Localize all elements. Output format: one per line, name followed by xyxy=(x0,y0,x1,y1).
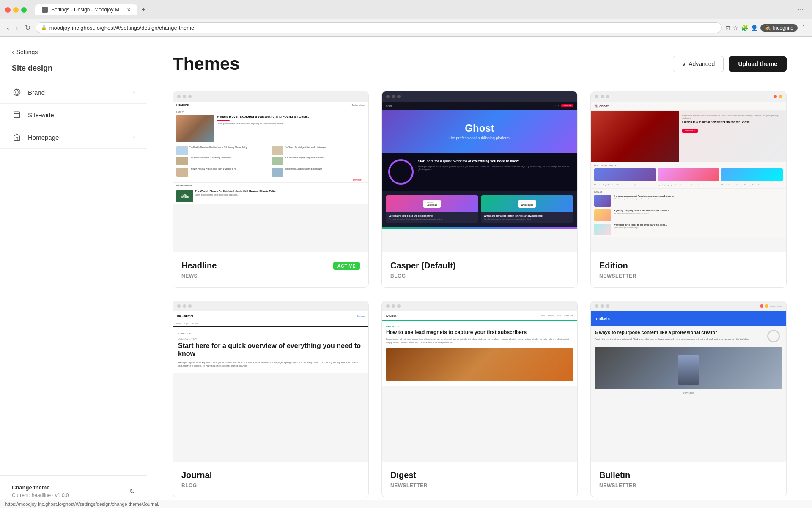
reload-nav-button[interactable]: ↻ xyxy=(23,22,32,33)
casper-preview: Ghost ◦◦ Subscribe Ghost The professiona… xyxy=(382,91,577,252)
casper-meta: Casper (Default) BLOG xyxy=(382,252,577,287)
sidebar-item-homepage[interactable]: Homepage › xyxy=(0,126,147,149)
journal-preview: The Journal 0 issues Home Topics Archive… xyxy=(173,301,368,462)
extensions-icon[interactable]: 🧩 xyxy=(741,25,748,31)
sidebar-item-brand[interactable]: Brand › xyxy=(0,81,147,104)
back-label: Settings xyxy=(16,49,38,55)
edition-category: NEWSLETTER xyxy=(599,273,778,279)
chevron-down-icon: ∨ xyxy=(682,61,686,67)
theme-card-digest[interactable]: ◦ ◦ Digest Home Archive About Subscribe xyxy=(381,301,578,497)
menu-icon[interactable]: ⋮ xyxy=(800,24,807,32)
address-bar[interactable]: 🔒 moodjoy-inc.ghost.io/ghost/#/settings/… xyxy=(36,22,722,33)
back-arrow-icon: ‹ xyxy=(12,49,14,55)
close-button[interactable] xyxy=(5,7,11,13)
minimize-button[interactable] xyxy=(13,7,19,13)
maximize-button[interactable] xyxy=(21,7,27,13)
headline-preview: Headline Topics About LATEST A xyxy=(173,91,368,252)
upload-label: Upload theme xyxy=(738,61,777,67)
digest-preview: ◦ ◦ Digest Home Archive About Subscribe xyxy=(382,301,577,462)
theme-card-headline[interactable]: Headline Topics About LATEST A xyxy=(173,91,369,288)
digest-meta: Digest NEWSLETTER xyxy=(382,462,577,497)
site-wide-icon xyxy=(12,110,22,120)
traffic-lights xyxy=(5,7,27,13)
page-header: Themes ∨ Advanced Upload theme xyxy=(173,54,787,74)
bulletin-category: NEWSLETTER xyxy=(599,483,778,489)
status-url: https://moodjoy-inc.ghost.io/ghost/#/set… xyxy=(5,502,159,507)
headline-category: NEWS xyxy=(181,273,360,279)
journal-name: Journal xyxy=(181,470,212,480)
advanced-label: Advanced xyxy=(689,61,715,67)
digest-name: Digest xyxy=(390,470,416,480)
browser-extras: ⊡ ☆ 🧩 👤 🕵 Incognito ⋮ xyxy=(725,24,807,32)
app-layout: ‹ Settings Site design Brand › Site-wide… xyxy=(0,37,812,507)
url-text: moodjoy-inc.ghost.io/ghost/#/settings/de… xyxy=(49,25,195,31)
browser-nav: ‹ › ↻ 🔒 moodjoy-inc.ghost.io/ghost/#/set… xyxy=(0,19,812,36)
advanced-button[interactable]: ∨ Advanced xyxy=(673,56,724,72)
svg-point-0 xyxy=(14,89,20,96)
themes-grid: Headline Topics About LATEST A xyxy=(173,91,787,497)
active-tab[interactable]: Settings - Design - Moodjoy M... ✕ xyxy=(35,4,137,15)
homepage-label: Homepage xyxy=(28,134,133,141)
bookmark-icon[interactable]: ☆ xyxy=(733,25,738,31)
theme-card-journal[interactable]: The Journal 0 issues Home Topics Archive… xyxy=(173,301,369,497)
bulletin-name: Bulletin xyxy=(599,470,630,480)
active-badge: ACTIVE xyxy=(333,262,360,270)
theme-card-edition[interactable]: 👻 ghost Edition is a minimal newsletter … xyxy=(590,91,787,288)
status-bar: https://moodjoy-inc.ghost.io/ghost/#/set… xyxy=(0,500,812,507)
back-nav-button[interactable]: ‹ xyxy=(5,22,11,33)
digest-category: NEWSLETTER xyxy=(390,483,569,489)
change-theme-current: Current: headline · v1.0.0 xyxy=(12,492,69,498)
sidebar: ‹ Settings Site design Brand › Site-wide… xyxy=(0,37,147,507)
browser-chrome: Settings - Design - Moodjoy M... ✕ + ⋯ ‹… xyxy=(0,0,812,37)
tab-bar: Settings - Design - Moodjoy M... ✕ + xyxy=(30,3,794,16)
theme-card-bulletin[interactable]: LATEST ISSUE Bulletin 5 ways to repurpos… xyxy=(590,301,787,497)
edition-preview: 👻 ghost Edition is a minimal newsletter … xyxy=(591,91,786,252)
ssl-lock-icon: 🔒 xyxy=(41,25,47,30)
forward-nav-button[interactable]: › xyxy=(14,22,19,33)
tab-favicon xyxy=(42,7,48,13)
edition-name: Edition xyxy=(599,261,628,271)
new-tab-button[interactable]: + xyxy=(137,3,150,16)
journal-category: BLOG xyxy=(181,483,360,489)
tab-title: Settings - Design - Moodjoy M... xyxy=(51,7,123,13)
site-wide-chevron-icon: › xyxy=(133,112,135,118)
settings-back-link[interactable]: ‹ Settings xyxy=(0,37,147,64)
edition-meta: Edition NEWSLETTER xyxy=(591,252,786,287)
profile-icon[interactable]: 👤 xyxy=(751,25,758,31)
brand-icon xyxy=(12,87,22,97)
site-design-title: Site design xyxy=(0,64,147,81)
cast-icon: ⊡ xyxy=(725,25,730,31)
refresh-theme-button[interactable]: ↻ xyxy=(129,487,135,495)
headline-meta: Headline ACTIVE NEWS xyxy=(173,252,368,287)
change-theme-label: Change theme xyxy=(12,484,69,491)
site-wide-label: Site-wide xyxy=(28,111,133,119)
incognito-badge: 🕵 Incognito xyxy=(760,24,798,32)
incognito-icon: 🕵 xyxy=(765,25,771,31)
window-controls: ⋯ xyxy=(798,6,807,13)
journal-meta: Journal BLOG xyxy=(173,462,368,497)
main-content: Themes ∨ Advanced Upload theme xyxy=(147,37,812,507)
sidebar-item-site-wide[interactable]: Site-wide › xyxy=(0,104,147,126)
casper-name: Casper (Default) xyxy=(390,261,455,271)
headline-name: Headline xyxy=(181,261,217,271)
brand-label: Brand xyxy=(28,89,133,96)
svg-rect-1 xyxy=(14,112,20,118)
upload-theme-button[interactable]: Upload theme xyxy=(729,56,787,72)
page-title: Themes xyxy=(173,54,240,74)
casper-category: BLOG xyxy=(390,273,569,279)
tab-close-button[interactable]: ✕ xyxy=(127,7,131,13)
header-actions: ∨ Advanced Upload theme xyxy=(673,56,787,72)
brand-chevron-icon: › xyxy=(133,89,135,95)
bulletin-meta: Bulletin NEWSLETTER xyxy=(591,462,786,497)
homepage-chevron-icon: › xyxy=(133,134,135,140)
bulletin-preview: LATEST ISSUE Bulletin 5 ways to repurpos… xyxy=(591,301,786,462)
homepage-icon xyxy=(12,132,22,142)
theme-card-casper[interactable]: Ghost ◦◦ Subscribe Ghost The professiona… xyxy=(381,91,578,288)
